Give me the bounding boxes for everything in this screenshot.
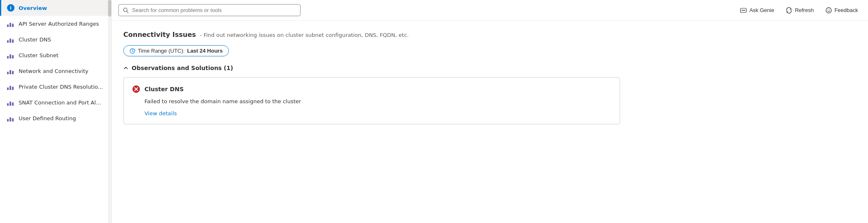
page-title: Connectivity Issues - Find out networkin… — [123, 31, 856, 39]
card-title-row: Cluster DNS — [132, 85, 611, 93]
refresh-label: Refresh — [795, 7, 814, 13]
content-area: Connectivity Issues - Find out networkin… — [112, 21, 868, 223]
svg-line-1 — [127, 11, 128, 13]
sidebar-item-label: User Defined Routing — [19, 115, 76, 121]
scroll-thumb[interactable] — [108, 0, 111, 17]
time-range-value: Last 24 Hours — [187, 48, 223, 54]
feedback-label: Feedback — [834, 7, 858, 13]
section-title: Observations and Solutions (1) — [132, 65, 233, 71]
chevron-up-icon — [123, 65, 128, 70]
sidebar-item-label: Network and Connectivity — [19, 68, 88, 74]
card-description: Failed to resolve the domain name assign… — [132, 98, 611, 104]
sidebar-item-api-server[interactable]: API Server Authorized Ranges — [0, 16, 111, 32]
sidebar-item-label: Private Cluster DNS Resolutio... — [19, 84, 103, 90]
svg-point-3 — [742, 10, 743, 10]
search-box[interactable] — [118, 4, 301, 16]
feedback-button[interactable]: Feedback — [822, 5, 861, 15]
card-title: Cluster DNS — [144, 86, 184, 92]
svg-point-7 — [827, 9, 828, 10]
bar-chart-icon — [7, 20, 14, 27]
ask-genie-icon — [740, 7, 747, 14]
svg-point-5 — [744, 10, 745, 10]
time-range-button[interactable]: Time Range (UTC): Last 24 Hours — [123, 45, 229, 56]
section-header[interactable]: Observations and Solutions (1) — [123, 65, 856, 71]
sidebar-item-cluster-subnet[interactable]: Cluster Subnet — [0, 47, 111, 63]
sidebar-item-overview[interactable]: i Overview — [0, 0, 111, 16]
toolbar: Ask Genie Refresh — [112, 0, 868, 21]
sidebar-item-label: SNAT Connection and Port Al... — [19, 99, 101, 106]
main-content: Ask Genie Refresh — [112, 0, 868, 223]
sidebar-item-cluster-dns[interactable]: Cluster DNS — [0, 32, 111, 47]
scroll-indicator — [108, 0, 111, 223]
refresh-icon — [786, 7, 792, 14]
search-icon — [123, 7, 129, 13]
sidebar-item-snat[interactable]: SNAT Connection and Port Al... — [0, 95, 111, 110]
ask-genie-button[interactable]: Ask Genie — [737, 5, 777, 15]
time-range-label: Time Range (UTC): — [138, 48, 185, 54]
sidebar-item-label: Overview — [19, 5, 47, 11]
sidebar-item-network-connectivity[interactable]: Network and Connectivity — [0, 63, 111, 79]
sidebar-item-label: Cluster DNS — [19, 36, 51, 43]
bar-chart-icon — [7, 99, 14, 106]
sidebar-item-label: API Server Authorized Ranges — [19, 21, 99, 27]
sidebar-item-label: Cluster Subnet — [19, 52, 58, 58]
view-details-link[interactable]: View details — [132, 110, 177, 116]
bar-chart-icon — [7, 114, 14, 122]
sidebar-item-private-cluster[interactable]: Private Cluster DNS Resolutio... — [0, 79, 111, 95]
svg-line-11 — [132, 51, 134, 51]
search-input[interactable] — [132, 7, 296, 13]
feedback-icon — [825, 7, 832, 14]
bar-chart-icon — [7, 51, 14, 59]
bar-chart-icon — [7, 36, 14, 43]
page-subtitle: - Find out networking issues on cluster … — [200, 32, 409, 38]
info-icon: i — [7, 4, 14, 12]
sidebar: i Overview API Server Authorized Ranges … — [0, 0, 112, 223]
observation-card: Cluster DNS Failed to resolve the domain… — [123, 77, 620, 124]
error-icon — [132, 85, 140, 93]
ask-genie-label: Ask Genie — [749, 7, 774, 13]
svg-point-4 — [743, 10, 744, 10]
sidebar-item-user-defined[interactable]: User Defined Routing — [0, 110, 111, 126]
bar-chart-icon — [7, 83, 14, 90]
svg-point-6 — [826, 7, 831, 13]
clock-icon — [130, 48, 135, 54]
bar-chart-icon — [7, 67, 14, 75]
refresh-button[interactable]: Refresh — [782, 5, 817, 15]
svg-point-8 — [829, 9, 830, 10]
